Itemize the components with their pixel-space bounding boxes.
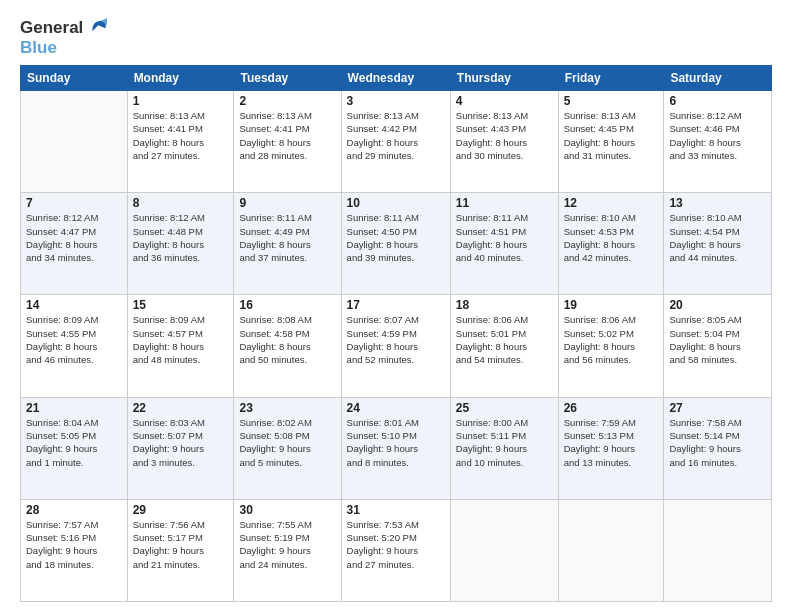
day-info: Sunrise: 7:53 AM Sunset: 5:20 PM Dayligh… xyxy=(347,518,445,571)
day-info: Sunrise: 7:56 AM Sunset: 5:17 PM Dayligh… xyxy=(133,518,229,571)
day-info: Sunrise: 8:04 AM Sunset: 5:05 PM Dayligh… xyxy=(26,416,122,469)
day-cell: 28Sunrise: 7:57 AM Sunset: 5:16 PM Dayli… xyxy=(21,499,128,601)
day-cell: 14Sunrise: 8:09 AM Sunset: 4:55 PM Dayli… xyxy=(21,295,128,397)
day-cell: 31Sunrise: 7:53 AM Sunset: 5:20 PM Dayli… xyxy=(341,499,450,601)
header: General Blue xyxy=(20,18,772,57)
day-info: Sunrise: 8:09 AM Sunset: 4:57 PM Dayligh… xyxy=(133,313,229,366)
day-number: 25 xyxy=(456,401,553,415)
day-number: 10 xyxy=(347,196,445,210)
day-cell: 30Sunrise: 7:55 AM Sunset: 5:19 PM Dayli… xyxy=(234,499,341,601)
calendar-table: SundayMondayTuesdayWednesdayThursdayFrid… xyxy=(20,65,772,602)
day-cell: 10Sunrise: 8:11 AM Sunset: 4:50 PM Dayli… xyxy=(341,193,450,295)
day-info: Sunrise: 8:00 AM Sunset: 5:11 PM Dayligh… xyxy=(456,416,553,469)
day-cell: 20Sunrise: 8:05 AM Sunset: 5:04 PM Dayli… xyxy=(664,295,772,397)
col-header-thursday: Thursday xyxy=(450,66,558,91)
day-cell: 23Sunrise: 8:02 AM Sunset: 5:08 PM Dayli… xyxy=(234,397,341,499)
day-cell: 1Sunrise: 8:13 AM Sunset: 4:41 PM Daylig… xyxy=(127,91,234,193)
day-cell: 8Sunrise: 8:12 AM Sunset: 4:48 PM Daylig… xyxy=(127,193,234,295)
day-number: 14 xyxy=(26,298,122,312)
day-number: 16 xyxy=(239,298,335,312)
col-header-monday: Monday xyxy=(127,66,234,91)
day-cell: 24Sunrise: 8:01 AM Sunset: 5:10 PM Dayli… xyxy=(341,397,450,499)
day-info: Sunrise: 8:12 AM Sunset: 4:48 PM Dayligh… xyxy=(133,211,229,264)
day-cell: 3Sunrise: 8:13 AM Sunset: 4:42 PM Daylig… xyxy=(341,91,450,193)
week-row-2: 7Sunrise: 8:12 AM Sunset: 4:47 PM Daylig… xyxy=(21,193,772,295)
col-header-tuesday: Tuesday xyxy=(234,66,341,91)
day-number: 12 xyxy=(564,196,659,210)
day-info: Sunrise: 8:05 AM Sunset: 5:04 PM Dayligh… xyxy=(669,313,766,366)
day-info: Sunrise: 8:06 AM Sunset: 5:02 PM Dayligh… xyxy=(564,313,659,366)
day-number: 4 xyxy=(456,94,553,108)
week-row-4: 21Sunrise: 8:04 AM Sunset: 5:05 PM Dayli… xyxy=(21,397,772,499)
logo-bird-icon xyxy=(85,17,107,35)
day-number: 18 xyxy=(456,298,553,312)
day-info: Sunrise: 7:55 AM Sunset: 5:19 PM Dayligh… xyxy=(239,518,335,571)
day-cell: 21Sunrise: 8:04 AM Sunset: 5:05 PM Dayli… xyxy=(21,397,128,499)
day-cell: 4Sunrise: 8:13 AM Sunset: 4:43 PM Daylig… xyxy=(450,91,558,193)
day-cell: 22Sunrise: 8:03 AM Sunset: 5:07 PM Dayli… xyxy=(127,397,234,499)
day-cell xyxy=(558,499,664,601)
day-info: Sunrise: 8:11 AM Sunset: 4:51 PM Dayligh… xyxy=(456,211,553,264)
day-number: 20 xyxy=(669,298,766,312)
logo-general: General xyxy=(20,18,83,38)
day-number: 9 xyxy=(239,196,335,210)
day-cell xyxy=(21,91,128,193)
day-info: Sunrise: 7:59 AM Sunset: 5:13 PM Dayligh… xyxy=(564,416,659,469)
day-number: 5 xyxy=(564,94,659,108)
calendar-page: General Blue SundayMondayTuesdayWednesda… xyxy=(0,0,792,612)
day-info: Sunrise: 8:13 AM Sunset: 4:41 PM Dayligh… xyxy=(133,109,229,162)
day-cell: 25Sunrise: 8:00 AM Sunset: 5:11 PM Dayli… xyxy=(450,397,558,499)
day-number: 15 xyxy=(133,298,229,312)
day-number: 1 xyxy=(133,94,229,108)
day-info: Sunrise: 8:01 AM Sunset: 5:10 PM Dayligh… xyxy=(347,416,445,469)
day-info: Sunrise: 8:07 AM Sunset: 4:59 PM Dayligh… xyxy=(347,313,445,366)
day-cell: 7Sunrise: 8:12 AM Sunset: 4:47 PM Daylig… xyxy=(21,193,128,295)
day-number: 23 xyxy=(239,401,335,415)
day-info: Sunrise: 8:02 AM Sunset: 5:08 PM Dayligh… xyxy=(239,416,335,469)
day-cell: 11Sunrise: 8:11 AM Sunset: 4:51 PM Dayli… xyxy=(450,193,558,295)
day-cell: 5Sunrise: 8:13 AM Sunset: 4:45 PM Daylig… xyxy=(558,91,664,193)
day-info: Sunrise: 8:12 AM Sunset: 4:47 PM Dayligh… xyxy=(26,211,122,264)
header-row: SundayMondayTuesdayWednesdayThursdayFrid… xyxy=(21,66,772,91)
week-row-1: 1Sunrise: 8:13 AM Sunset: 4:41 PM Daylig… xyxy=(21,91,772,193)
day-number: 27 xyxy=(669,401,766,415)
col-header-sunday: Sunday xyxy=(21,66,128,91)
day-info: Sunrise: 8:13 AM Sunset: 4:43 PM Dayligh… xyxy=(456,109,553,162)
day-number: 3 xyxy=(347,94,445,108)
col-header-saturday: Saturday xyxy=(664,66,772,91)
logo: General Blue xyxy=(20,18,107,57)
day-number: 2 xyxy=(239,94,335,108)
day-number: 19 xyxy=(564,298,659,312)
week-row-5: 28Sunrise: 7:57 AM Sunset: 5:16 PM Dayli… xyxy=(21,499,772,601)
day-info: Sunrise: 8:11 AM Sunset: 4:49 PM Dayligh… xyxy=(239,211,335,264)
day-cell: 12Sunrise: 8:10 AM Sunset: 4:53 PM Dayli… xyxy=(558,193,664,295)
day-cell: 15Sunrise: 8:09 AM Sunset: 4:57 PM Dayli… xyxy=(127,295,234,397)
day-info: Sunrise: 8:10 AM Sunset: 4:53 PM Dayligh… xyxy=(564,211,659,264)
day-info: Sunrise: 8:09 AM Sunset: 4:55 PM Dayligh… xyxy=(26,313,122,366)
day-cell: 13Sunrise: 8:10 AM Sunset: 4:54 PM Dayli… xyxy=(664,193,772,295)
day-cell: 6Sunrise: 8:12 AM Sunset: 4:46 PM Daylig… xyxy=(664,91,772,193)
week-row-3: 14Sunrise: 8:09 AM Sunset: 4:55 PM Dayli… xyxy=(21,295,772,397)
day-info: Sunrise: 8:03 AM Sunset: 5:07 PM Dayligh… xyxy=(133,416,229,469)
day-number: 31 xyxy=(347,503,445,517)
day-number: 13 xyxy=(669,196,766,210)
day-number: 7 xyxy=(26,196,122,210)
day-number: 17 xyxy=(347,298,445,312)
logo-blue: Blue xyxy=(20,38,107,58)
day-cell: 18Sunrise: 8:06 AM Sunset: 5:01 PM Dayli… xyxy=(450,295,558,397)
day-number: 8 xyxy=(133,196,229,210)
day-number: 28 xyxy=(26,503,122,517)
day-info: Sunrise: 8:13 AM Sunset: 4:42 PM Dayligh… xyxy=(347,109,445,162)
day-cell: 27Sunrise: 7:58 AM Sunset: 5:14 PM Dayli… xyxy=(664,397,772,499)
day-number: 6 xyxy=(669,94,766,108)
day-number: 22 xyxy=(133,401,229,415)
day-info: Sunrise: 8:12 AM Sunset: 4:46 PM Dayligh… xyxy=(669,109,766,162)
day-info: Sunrise: 7:58 AM Sunset: 5:14 PM Dayligh… xyxy=(669,416,766,469)
day-number: 24 xyxy=(347,401,445,415)
day-number: 11 xyxy=(456,196,553,210)
col-header-wednesday: Wednesday xyxy=(341,66,450,91)
day-cell: 17Sunrise: 8:07 AM Sunset: 4:59 PM Dayli… xyxy=(341,295,450,397)
day-cell: 2Sunrise: 8:13 AM Sunset: 4:41 PM Daylig… xyxy=(234,91,341,193)
day-cell: 9Sunrise: 8:11 AM Sunset: 4:49 PM Daylig… xyxy=(234,193,341,295)
day-cell: 19Sunrise: 8:06 AM Sunset: 5:02 PM Dayli… xyxy=(558,295,664,397)
